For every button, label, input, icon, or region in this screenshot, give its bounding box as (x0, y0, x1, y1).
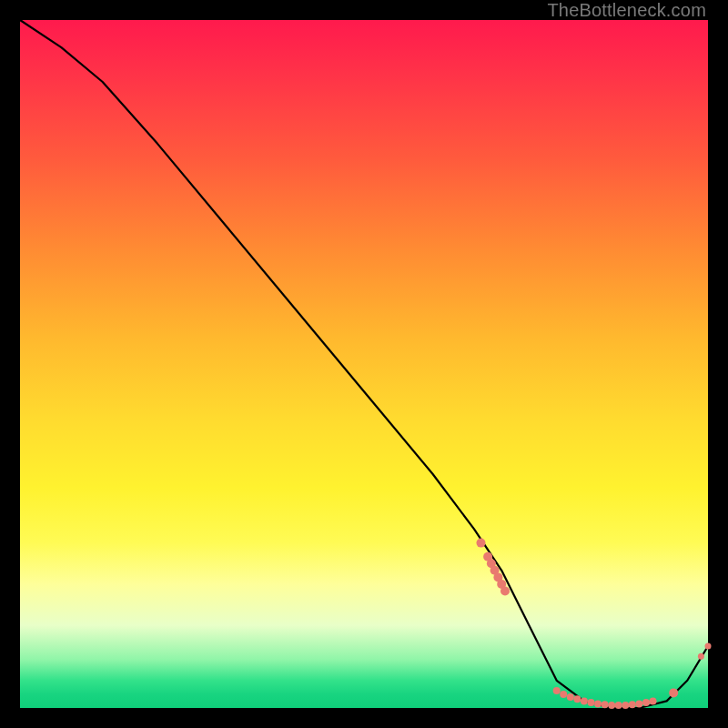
data-point (698, 653, 704, 660)
data-point (608, 702, 615, 709)
data-point (615, 702, 622, 709)
data-point (500, 587, 510, 596)
plot-area (20, 20, 708, 708)
data-point (594, 701, 602, 708)
data-point (573, 695, 581, 703)
data-point (588, 699, 595, 706)
data-point (477, 539, 486, 548)
data-point (581, 697, 588, 704)
data-point (622, 702, 629, 709)
data-point (635, 701, 642, 708)
bottleneck-curve (20, 20, 708, 708)
chart-frame: TheBottleneck.com (0, 0, 728, 728)
data-point (567, 693, 574, 701)
data-point (642, 699, 650, 706)
data-point (560, 691, 567, 698)
watermark-text: TheBottleneck.com (547, 0, 706, 21)
data-point (629, 701, 636, 708)
data-point (553, 687, 561, 694)
data-point (669, 688, 678, 697)
data-point (650, 697, 657, 704)
data-point (602, 701, 609, 708)
data-point (705, 643, 712, 650)
highlighted-points (477, 539, 712, 709)
chart-svg (20, 20, 708, 708)
